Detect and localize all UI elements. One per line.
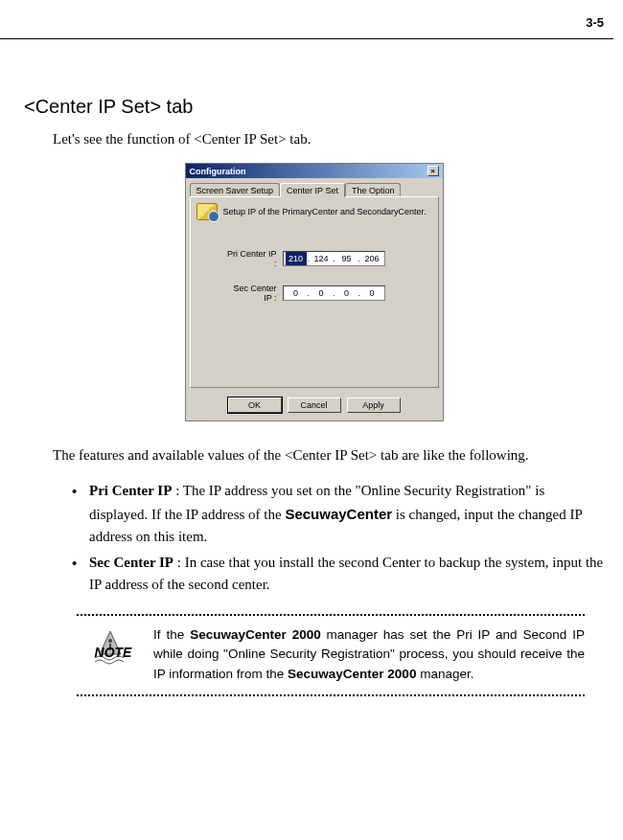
sec-center-label: Sec Center IP : — [223, 284, 283, 303]
pri-center-label: Pri Center IP : — [223, 249, 283, 268]
list-item: Sec Center IP : In case that you install… — [72, 552, 604, 597]
tab-heading: Setup IP of the PrimaryCenter and Second… — [223, 207, 427, 216]
list-item: Pri Center IP : The IP address you set o… — [72, 480, 604, 548]
intro-text: Let's see the function of <Center IP Set… — [53, 131, 604, 148]
ip-octet[interactable]: 0 — [286, 286, 307, 300]
tab-center-ip-set[interactable]: Center IP Set — [280, 183, 345, 197]
note-text: If the SecuwayCenter 2000 manager has se… — [153, 625, 585, 686]
top-rule — [0, 38, 613, 39]
feature-strong: SecuwayCenter — [285, 506, 392, 522]
ok-button[interactable]: OK — [228, 397, 282, 413]
cancel-button[interactable]: Cancel — [288, 397, 341, 413]
dialog-titlebar: Configuration × — [186, 164, 443, 178]
dialog-screenshot: Configuration × Screen Saver Setup Cente… — [24, 163, 604, 421]
apply-button[interactable]: Apply — [347, 397, 401, 413]
ip-octet[interactable]: 95 — [336, 252, 358, 265]
ip-octet[interactable]: 206 — [361, 252, 382, 265]
dialog-tabs: Screen Saver Setup Center IP Set The Opt… — [186, 178, 443, 196]
pri-center-ip-input[interactable]: 210. 124. 95. 206 — [283, 251, 386, 266]
note-label: NOTE — [95, 643, 132, 664]
center-ip-icon — [196, 203, 218, 220]
tab-screen-saver[interactable]: Screen Saver Setup — [190, 183, 281, 197]
tab-the-option[interactable]: The Option — [345, 183, 402, 197]
note-icon: NOTE — [77, 625, 144, 686]
section-title: <Center IP Set> tab — [24, 96, 604, 118]
ip-octet[interactable]: 0 — [336, 286, 358, 300]
feature-term: Sec Center IP — [89, 555, 173, 570]
page-content: <Center IP Set> tab Let's see the functi… — [0, 0, 623, 696]
feature-term: Pri Center IP — [89, 483, 172, 498]
dialog-title: Configuration — [190, 167, 246, 176]
ip-octet[interactable]: 0 — [311, 286, 332, 300]
note-box: NOTE If the SecuwayCenter 2000 manager h… — [77, 614, 585, 697]
configuration-dialog: Configuration × Screen Saver Setup Cente… — [185, 163, 444, 421]
page-number: 3-5 — [586, 15, 604, 30]
dialog-buttons: OK Cancel Apply — [186, 392, 443, 420]
sec-center-ip-input[interactable]: 0. 0. 0. 0 — [283, 285, 386, 301]
tab-panel: Setup IP of the PrimaryCenter and Second… — [190, 196, 439, 388]
tab-heading-row: Setup IP of the PrimaryCenter and Second… — [196, 203, 432, 220]
ip-octet[interactable]: 124 — [311, 252, 332, 265]
ip-octet[interactable]: 210 — [286, 252, 307, 265]
pri-center-row: Pri Center IP : 210. 124. 95. 206 — [196, 249, 432, 268]
features-intro: The features and available values of the… — [53, 444, 604, 466]
sec-center-row: Sec Center IP : 0. 0. 0. 0 — [196, 284, 432, 303]
close-icon[interactable]: × — [427, 166, 439, 176]
feature-list: Pri Center IP : The IP address you set o… — [72, 480, 604, 596]
ip-octet[interactable]: 0 — [361, 286, 382, 300]
